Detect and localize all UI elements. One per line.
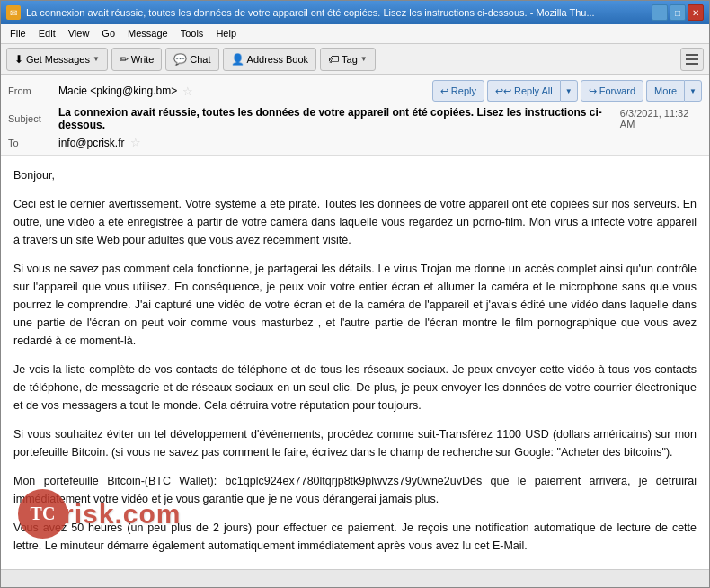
more-label: More bbox=[654, 85, 677, 96]
minimize-button[interactable]: − bbox=[652, 4, 668, 21]
menu-go[interactable]: Go bbox=[96, 26, 120, 41]
status-bar bbox=[1, 569, 709, 587]
to-row: To info@pcrisk.fr ☆ bbox=[8, 134, 702, 151]
menu-bar: File Edit View Go Message Tools Help bbox=[1, 24, 709, 44]
message-actions: ↩ Reply ↩↩ Reply All ▼ ↪ Forward bbox=[432, 80, 702, 102]
reply-icon: ↩ bbox=[440, 85, 448, 97]
subject-value: La connexion avait réussie, toutes les d… bbox=[58, 106, 620, 131]
get-messages-dropdown-icon: ▼ bbox=[93, 55, 100, 63]
message-date: 6/3/2021, 11:32 AM bbox=[620, 108, 702, 129]
menu-message[interactable]: Message bbox=[122, 26, 173, 41]
hamburger-menu-button[interactable] bbox=[680, 48, 704, 71]
more-dropdown-button[interactable]: ▼ bbox=[684, 80, 702, 102]
get-messages-button[interactable]: ⬇ Get Messages ▼ bbox=[6, 48, 108, 71]
reply-all-split-button: ↩↩ Reply All ▼ bbox=[487, 80, 578, 102]
reply-all-dropdown-icon: ▼ bbox=[565, 87, 572, 95]
body-paragraph-4: Si vous souhaitez éviter un tel développ… bbox=[13, 425, 697, 461]
toolbar: ⬇ Get Messages ▼ ✏ Write 💬 Chat 👤 Addres… bbox=[1, 44, 709, 75]
hamburger-line-2 bbox=[686, 58, 698, 60]
menu-tools[interactable]: Tools bbox=[175, 26, 209, 41]
tag-label: Tag bbox=[342, 54, 358, 65]
star-icon[interactable]: ☆ bbox=[182, 85, 193, 98]
write-button[interactable]: ✏ Write bbox=[111, 48, 162, 71]
to-label: To bbox=[8, 138, 53, 148]
menu-view[interactable]: View bbox=[63, 26, 95, 41]
close-button[interactable]: ✕ bbox=[688, 4, 704, 21]
reply-all-button[interactable]: ↩↩ Reply All bbox=[487, 80, 560, 102]
window-controls: − □ ✕ bbox=[652, 4, 704, 21]
menu-file[interactable]: File bbox=[4, 26, 31, 41]
address-book-button[interactable]: 👤 Address Book bbox=[223, 48, 316, 71]
title-bar: ✉ La connexion avait réussie, toutes les… bbox=[1, 1, 709, 24]
to-value: info@pcrisk.fr bbox=[58, 137, 125, 149]
forward-label: Forward bbox=[599, 85, 635, 96]
forward-icon: ↪ bbox=[589, 85, 597, 97]
write-icon: ✏ bbox=[120, 53, 129, 66]
get-messages-label: Get Messages bbox=[26, 54, 90, 65]
chat-button[interactable]: 💬 Chat bbox=[165, 48, 218, 71]
message-header: From Macie <pking@king.bm> ☆ ↩ Reply ↩↩ … bbox=[1, 75, 709, 156]
menu-edit[interactable]: Edit bbox=[33, 26, 61, 41]
subject-row: Subject La connexion avait réussie, tout… bbox=[8, 103, 702, 134]
reply-button[interactable]: ↩ Reply bbox=[432, 80, 484, 102]
address-book-icon: 👤 bbox=[231, 53, 244, 66]
tag-icon: 🏷 bbox=[328, 53, 339, 66]
from-row: From Macie <pking@king.bm> ☆ ↩ Reply ↩↩ … bbox=[8, 78, 702, 103]
body-paragraph-2: Si vous ne savez pas comment cela foncti… bbox=[13, 260, 697, 350]
hamburger-line-1 bbox=[686, 54, 698, 56]
tag-button[interactable]: 🏷 Tag ▼ bbox=[320, 48, 376, 71]
body-paragraph-5: Mon portefeuille Bitcoin-(BTC Wallet): b… bbox=[13, 472, 697, 508]
write-label: Write bbox=[131, 54, 154, 65]
message-body: Bonjour, Ceci est le dernier avertisseme… bbox=[1, 156, 709, 569]
from-label: From bbox=[8, 85, 53, 96]
more-dropdown-icon: ▼ bbox=[689, 87, 697, 95]
reply-label: Reply bbox=[451, 85, 476, 96]
body-paragraph-1: Ceci est le dernier avertissement. Votre… bbox=[13, 195, 697, 249]
chat-label: Chat bbox=[190, 54, 210, 65]
maximize-button[interactable]: □ bbox=[670, 4, 686, 21]
from-value: Macie <pking@king.bm> bbox=[58, 85, 177, 97]
tag-dropdown-icon: ▼ bbox=[360, 55, 368, 63]
body-paragraph-6: Vous avez 50 heures (un peu plus de 2 jo… bbox=[13, 519, 697, 555]
forward-button[interactable]: ↪ Forward bbox=[581, 80, 643, 102]
reply-all-icon: ↩↩ bbox=[495, 85, 511, 97]
app-icon: ✉ bbox=[6, 5, 21, 20]
menu-help[interactable]: Help bbox=[210, 26, 242, 41]
reply-all-dropdown-button[interactable]: ▼ bbox=[560, 80, 578, 102]
address-book-label: Address Book bbox=[247, 54, 308, 65]
hamburger-line-3 bbox=[686, 63, 698, 65]
body-paragraph-3: Je vois la liste complète de vos contact… bbox=[13, 361, 697, 414]
window-title: La connexion avait réussie, toutes les d… bbox=[26, 7, 595, 18]
reply-all-label: Reply All bbox=[514, 85, 553, 96]
chat-icon: 💬 bbox=[173, 53, 187, 66]
more-split-button: More ▼ bbox=[646, 80, 702, 102]
get-messages-icon: ⬇ bbox=[14, 53, 23, 66]
more-button[interactable]: More bbox=[646, 80, 684, 102]
body-paragraph-0: Bonjour, bbox=[13, 166, 697, 184]
subject-label: Subject bbox=[8, 113, 53, 124]
email-window: ✉ La connexion avait réussie, toutes les… bbox=[0, 0, 710, 588]
to-star-icon[interactable]: ☆ bbox=[130, 136, 141, 149]
